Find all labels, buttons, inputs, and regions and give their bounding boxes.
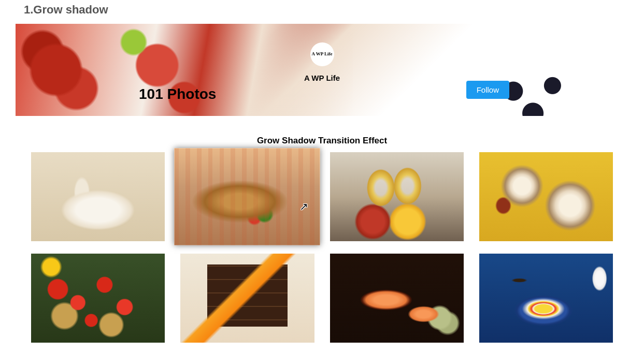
gallery-item[interactable] bbox=[479, 152, 613, 241]
cursor-icon: ↖ bbox=[300, 200, 308, 213]
gallery-item[interactable] bbox=[180, 254, 314, 343]
follow-button[interactable]: Follow bbox=[466, 81, 509, 99]
profile-name: A WP Life bbox=[304, 73, 340, 82]
gallery-item[interactable] bbox=[479, 254, 613, 343]
gallery-item[interactable] bbox=[330, 152, 464, 241]
gallery-item[interactable] bbox=[31, 152, 165, 241]
gallery-grid: ↖ bbox=[0, 152, 644, 353]
gallery-item[interactable]: ↖ bbox=[175, 148, 320, 245]
photo-count: 101 Photos bbox=[139, 86, 216, 102]
gallery-item[interactable] bbox=[330, 254, 464, 343]
gallery-item[interactable] bbox=[31, 254, 165, 343]
avatar[interactable]: A WP Life bbox=[310, 42, 334, 66]
profile-banner: A WP Life A WP Life 101 Photos Follow bbox=[16, 24, 628, 116]
effect-title: Grow Shadow Transition Effect bbox=[0, 136, 644, 146]
section-title: 1.Grow shadow bbox=[0, 0, 644, 24]
